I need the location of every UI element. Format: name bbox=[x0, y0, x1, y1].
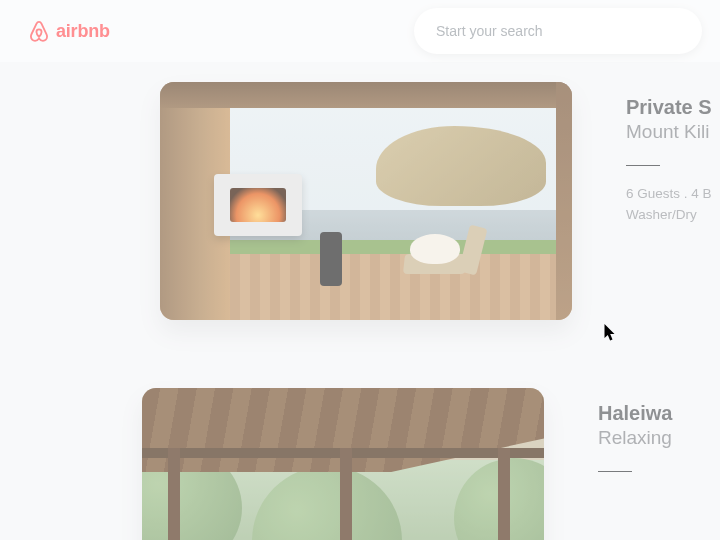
search-bar[interactable] bbox=[414, 8, 702, 54]
listing-title: Private S bbox=[626, 96, 720, 119]
listing-photo[interactable] bbox=[160, 82, 572, 320]
divider bbox=[626, 165, 660, 166]
listing-card[interactable]: Haleiwa Relaxing bbox=[160, 388, 720, 540]
listing-meta-amenities: Washer/Dry bbox=[626, 205, 720, 226]
divider bbox=[598, 471, 632, 472]
airbnb-logo-icon bbox=[28, 19, 50, 43]
brand-logo[interactable]: airbnb bbox=[28, 19, 110, 43]
listing-title: Haleiwa bbox=[598, 402, 720, 425]
listing-photo[interactable] bbox=[142, 388, 544, 540]
listing-info: Private S Mount Kili 6 Guests . 4 B Wash… bbox=[626, 82, 720, 320]
app-header: airbnb bbox=[0, 0, 720, 62]
listing-subtitle: Relaxing bbox=[598, 427, 720, 449]
search-input[interactable] bbox=[436, 23, 680, 39]
listing-card[interactable]: Private S Mount Kili 6 Guests . 4 B Wash… bbox=[160, 82, 720, 320]
mouse-cursor-icon bbox=[604, 324, 617, 343]
listing-meta-guests: 6 Guests . 4 B bbox=[626, 184, 720, 205]
results-list: Private S Mount Kili 6 Guests . 4 B Wash… bbox=[0, 62, 720, 540]
listing-subtitle: Mount Kili bbox=[626, 121, 720, 143]
brand-name: airbnb bbox=[56, 21, 110, 42]
listing-info: Haleiwa Relaxing bbox=[598, 388, 720, 540]
